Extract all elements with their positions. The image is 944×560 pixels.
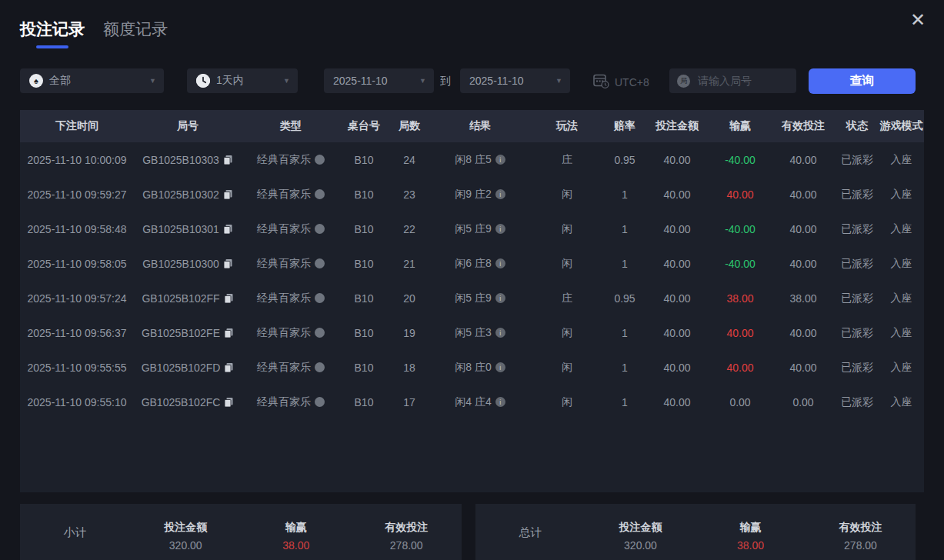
- column-header: 游戏模式: [879, 119, 924, 133]
- date-to-picker[interactable]: 2025-11-10 ▼: [460, 68, 570, 93]
- table-number: B10: [340, 223, 388, 235]
- date-from-picker[interactable]: 2025-11-10 ▼: [324, 68, 434, 93]
- status: 已派彩: [836, 153, 879, 167]
- play-type: 闲: [529, 326, 605, 340]
- copy-icon[interactable]: [224, 328, 234, 338]
- round-number: 21: [388, 258, 431, 270]
- tab-quota-records[interactable]: 额度记录: [103, 18, 168, 40]
- valid-bet: 40.00: [771, 258, 836, 270]
- valid-bet: 40.00: [771, 188, 836, 201]
- copy-icon[interactable]: [223, 224, 233, 235]
- copy-icon[interactable]: [224, 293, 234, 304]
- info-icon[interactable]: i: [495, 362, 505, 372]
- game-id-cell: GB1025B102FE: [134, 327, 242, 339]
- valid-bet: 38.00: [771, 292, 836, 305]
- total-bet-amount: 投注金额 320.00: [585, 504, 695, 552]
- column-header: 下注时间: [20, 119, 134, 133]
- bet-amount: 40.00: [645, 292, 709, 305]
- game-mode: 入座: [879, 326, 924, 340]
- copy-icon[interactable]: [223, 155, 233, 165]
- replay-icon[interactable]: [315, 293, 325, 303]
- game-type: 经典百家乐: [257, 292, 311, 305]
- game-number-search: 局: [669, 68, 796, 93]
- game-id: GB1025B10301: [142, 223, 219, 235]
- play-type: 闲: [529, 188, 605, 202]
- play-type: 闲: [529, 395, 605, 409]
- replay-icon[interactable]: [315, 189, 325, 199]
- bet-amount: 40.00: [645, 188, 709, 201]
- copy-icon[interactable]: [224, 362, 234, 373]
- table-number: B10: [340, 362, 388, 374]
- game-type-dropdown[interactable]: ♠ 全部 ▼: [20, 68, 164, 93]
- game-number-input[interactable]: [696, 74, 789, 88]
- game-type-cell: 经典百家乐: [242, 257, 340, 271]
- replay-icon[interactable]: [315, 362, 325, 372]
- replay-icon[interactable]: [315, 258, 325, 268]
- result-cell: 闲8 庄0 i: [431, 361, 529, 375]
- table-row: 2025-11-10 09:55:10 GB1025B102FC 经典百家乐 B…: [20, 385, 924, 419]
- result-text: 闲6 庄8: [455, 257, 491, 271]
- status: 已派彩: [836, 222, 879, 236]
- bet-time: 2025-11-10 09:59:27: [20, 188, 134, 201]
- result-cell: 闲8 庄5 i: [431, 153, 529, 167]
- bet-amount: 40.00: [645, 223, 709, 235]
- replay-icon[interactable]: [315, 155, 325, 165]
- copy-icon[interactable]: [223, 258, 233, 269]
- odds: 1: [605, 396, 645, 408]
- column-header: 有效投注: [771, 119, 836, 133]
- info-icon[interactable]: i: [495, 224, 505, 234]
- stat-value: 320.00: [131, 539, 242, 552]
- chevron-down-icon: ▼: [555, 77, 562, 85]
- column-header: 类型: [242, 119, 340, 133]
- info-icon[interactable]: i: [495, 293, 505, 303]
- result-text: 闲8 庄5: [455, 153, 491, 167]
- subtotal-label: 小计: [64, 525, 87, 538]
- game-id-cell: GB1025B10302: [134, 188, 242, 201]
- replay-icon[interactable]: [315, 224, 325, 234]
- info-icon[interactable]: i: [495, 328, 505, 338]
- game-number-icon: 局: [677, 75, 690, 88]
- info-icon[interactable]: i: [495, 397, 505, 407]
- table-number: B10: [340, 292, 388, 305]
- game-type-cell: 经典百家乐: [242, 153, 340, 167]
- game-type: 经典百家乐: [257, 361, 311, 375]
- close-icon[interactable]: ✕: [910, 11, 926, 29]
- calendar-clock-icon: [592, 72, 609, 92]
- info-icon[interactable]: i: [495, 189, 505, 199]
- subtotal-bet-amount: 投注金额 320.00: [131, 504, 242, 552]
- odds: 1: [605, 327, 645, 339]
- info-icon[interactable]: i: [495, 258, 505, 268]
- game-id-cell: GB1025B102FC: [134, 396, 242, 408]
- tab-betting-records[interactable]: 投注记录: [20, 18, 85, 48]
- table-body: 2025-11-10 10:00:09 GB1025B10303 经典百家乐 B…: [20, 142, 924, 492]
- timezone-indicator: UTC+8: [592, 72, 649, 92]
- stat-label: 输赢: [695, 521, 806, 535]
- query-button[interactable]: 查询: [809, 68, 916, 94]
- replay-icon[interactable]: [315, 328, 325, 338]
- total-valid-bet: 有效投注 278.00: [806, 504, 916, 552]
- valid-bet: 0.00: [771, 396, 836, 408]
- table-row: 2025-11-10 09:57:24 GB1025B102FF 经典百家乐 B…: [20, 281, 924, 315]
- stat-value: 320.00: [585, 539, 695, 552]
- column-header: 赔率: [605, 119, 645, 133]
- copy-icon[interactable]: [223, 189, 233, 200]
- copy-icon[interactable]: [224, 397, 234, 408]
- win-loss: 40.00: [709, 362, 771, 374]
- game-type: 经典百家乐: [257, 326, 311, 340]
- game-mode: 入座: [879, 257, 924, 271]
- play-type: 庄: [529, 292, 605, 305]
- column-header: 桌台号: [340, 119, 388, 133]
- replay-icon[interactable]: [315, 397, 325, 407]
- table-number: B10: [340, 188, 388, 201]
- result-text: 闲5 庄3: [455, 326, 491, 340]
- time-range-dropdown[interactable]: 1天内 ▼: [187, 68, 298, 93]
- odds: 1: [605, 258, 645, 270]
- odds: 0.95: [605, 154, 645, 166]
- info-icon[interactable]: i: [495, 155, 505, 165]
- status: 已派彩: [836, 326, 879, 340]
- game-mode: 入座: [879, 222, 924, 236]
- bet-time: 2025-11-10 09:57:24: [20, 292, 134, 305]
- game-id-cell: GB1025B102FD: [134, 362, 242, 374]
- play-type: 闲: [529, 361, 605, 375]
- game-id-cell: GB1025B102FF: [134, 292, 242, 305]
